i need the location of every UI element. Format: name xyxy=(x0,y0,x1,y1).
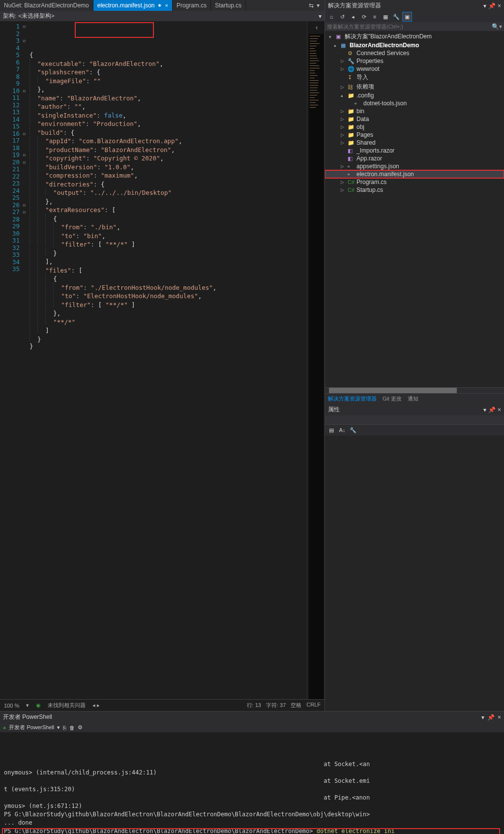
tab-overflow-icon[interactable]: ⇆ xyxy=(309,2,314,9)
close-icon[interactable]: × xyxy=(165,2,168,8)
project-node[interactable]: ▴▦BlazorAndElectronDemo xyxy=(325,41,504,49)
tab-notifications[interactable]: 通知 xyxy=(405,394,421,404)
nav-dropdown-icon[interactable]: ▾ xyxy=(319,13,322,20)
solution-search[interactable]: 🔍▾ xyxy=(325,22,504,31)
tree-folder[interactable]: ▷📁Pages xyxy=(325,131,504,139)
close-icon[interactable]: × xyxy=(498,406,501,413)
tab-git-changes[interactable]: Git 更改 xyxy=(380,394,405,404)
copy-icon[interactable]: ⎘ xyxy=(63,725,66,731)
cursor-line[interactable]: 行: 13 xyxy=(247,702,261,709)
search-icon[interactable]: 🔍▾ xyxy=(492,23,502,30)
properties-panel: 属性 ▾📌× ▤ A↓ 🔧 xyxy=(325,404,504,711)
terminal-tab[interactable]: 开发者 PowerShell xyxy=(9,724,54,731)
close-icon[interactable]: × xyxy=(498,714,501,721)
tree-folder[interactable]: ▷📁bin xyxy=(325,107,504,115)
editor-statusbar: 100 % ▾ ◉ 未找到相关问题 ◂ ▸ 行: 13 字符: 37 空格 CR… xyxy=(0,699,325,711)
issues-status[interactable]: 未找到相关问题 xyxy=(48,702,86,709)
pin-icon[interactable]: 📌 xyxy=(488,406,496,413)
tree-file-razor[interactable]: ◧_Imports.razor xyxy=(325,147,504,154)
panel-title: 解决方案资源管理器 xyxy=(328,1,381,10)
properties-selector[interactable] xyxy=(325,415,504,424)
tree-scrollbar[interactable] xyxy=(325,387,504,393)
tree-file-electron-manifest[interactable]: ▫electron.manifest.json xyxy=(325,170,504,178)
tab-label: electron.manifest.json xyxy=(97,2,155,9)
trash-icon[interactable]: 🗑 xyxy=(69,725,75,731)
tree-file-json[interactable]: ▫dotnet-tools.json xyxy=(325,99,504,107)
properties-title: 属性 xyxy=(328,405,340,414)
tree-file-cs[interactable]: ▷C#Program.cs xyxy=(325,178,504,186)
pin-icon[interactable]: ⁕ xyxy=(157,2,162,9)
back-icon[interactable]: ◂ xyxy=(349,12,357,21)
sync-icon[interactable]: ↺ xyxy=(338,12,347,21)
cursor-col[interactable]: 字符: 37 xyxy=(266,702,286,709)
tab-label: Startup.cs xyxy=(215,2,241,9)
tab-startup[interactable]: Startup.cs xyxy=(211,0,246,11)
preview-icon[interactable]: ▣ xyxy=(403,12,412,21)
line-ending[interactable]: CRLF xyxy=(306,702,321,709)
tab-label: Program.cs xyxy=(177,2,207,9)
minimap[interactable] xyxy=(309,34,324,699)
tree-item[interactable]: ▷⛓依赖项 xyxy=(325,82,504,92)
tree-file-razor[interactable]: ◧App.razor xyxy=(325,154,504,162)
tab-dropdown-icon[interactable]: ▾ xyxy=(317,2,320,9)
tab-manifest[interactable]: electron.manifest.json⁕× xyxy=(93,0,173,11)
project-label: BlazorAndElectronDemo xyxy=(350,42,419,49)
show-all-icon[interactable]: ▦ xyxy=(381,12,390,21)
solution-toolbar: ⌂ ↺ ◂ ⟳ ≡ ▦ 🔧 ▣ xyxy=(325,11,504,22)
pin-icon[interactable]: 📌 xyxy=(488,2,496,9)
solution-search-input[interactable] xyxy=(327,24,492,30)
minimap-panel: ⫞ xyxy=(307,21,325,699)
tab-label: NuGet: BlazorAndElectronDemo xyxy=(4,2,89,9)
alphabetical-icon[interactable]: A↓ xyxy=(338,426,347,434)
editor-area: NuGet: BlazorAndElectronDemo electron.ma… xyxy=(0,0,325,711)
solution-root[interactable]: ▾▣解决方案"BlazorAndElectronDem xyxy=(325,32,504,41)
tree-file-appsettings[interactable]: ▷▫appsettings.json xyxy=(325,162,504,170)
arch-label: 架构: xyxy=(3,12,16,20)
terminal-output[interactable]: at Socket.<anonymous> (internal/child_pr… xyxy=(0,732,504,834)
tree-file-cs[interactable]: ▷C#Startup.cs xyxy=(325,186,504,194)
code-editor[interactable]: { "executable": "BlazorAndElectron", "sp… xyxy=(29,21,307,699)
solution-tree: ▾▣解决方案"BlazorAndElectronDem ▴▦BlazorAndE… xyxy=(325,31,504,387)
properties-icon[interactable]: 🔧 xyxy=(392,12,401,21)
root-label: 解决方案"BlazorAndElectronDem xyxy=(345,32,432,41)
collapse-icon[interactable]: ≡ xyxy=(370,12,379,21)
whitespace-mode[interactable]: 空格 xyxy=(291,702,301,709)
terminal-panel: 开发者 PowerShell ▾ 📌 × + 开发者 PowerShell▾ ⎘… xyxy=(0,711,504,834)
tree-item[interactable]: ▷🌐wwwroot xyxy=(325,65,504,73)
zoom-level[interactable]: 100 % xyxy=(4,703,19,709)
solution-explorer-header: 解决方案资源管理器 ▾ 📌 × xyxy=(325,0,504,11)
close-icon[interactable]: × xyxy=(498,2,501,9)
refresh-icon[interactable]: ⟳ xyxy=(359,12,368,21)
wrench-icon[interactable]: 🔧 xyxy=(349,426,357,434)
side-panel: 解决方案资源管理器 ▾ 📌 × ⌂ ↺ ◂ ⟳ ≡ ▦ 🔧 ▣ 🔍▾ ▾▣解决方… xyxy=(325,0,504,711)
tree-item[interactable]: ⚙Connected Services xyxy=(325,49,504,57)
tree-item[interactable]: ▷🔧Properties xyxy=(325,57,504,65)
pin-icon[interactable]: 📌 xyxy=(487,714,495,721)
side-panel-tabs: 解决方案资源管理器 Git 更改 通知 xyxy=(325,393,504,404)
architecture-bar[interactable]: 架构: <未选择架构> ▾ xyxy=(0,11,325,21)
editor-tabs: NuGet: BlazorAndElectronDemo electron.ma… xyxy=(0,0,325,11)
tab-nuget[interactable]: NuGet: BlazorAndElectronDemo xyxy=(0,0,93,11)
new-terminal-icon[interactable]: + xyxy=(3,725,6,731)
tab-solution-explorer[interactable]: 解决方案资源管理器 xyxy=(325,394,380,404)
terminal-title: 开发者 PowerShell xyxy=(3,713,52,721)
tree-folder[interactable]: ▷📁Shared xyxy=(325,139,504,147)
red-highlight-box xyxy=(75,22,154,38)
tree-item[interactable]: ↧导入 xyxy=(325,73,504,82)
dropdown-icon[interactable]: ▾ xyxy=(483,406,486,413)
tree-folder[interactable]: ▷📁Data xyxy=(325,115,504,123)
tab-program[interactable]: Program.cs xyxy=(173,0,211,11)
tree-folder[interactable]: ▷📁obj xyxy=(325,123,504,131)
categorized-icon[interactable]: ▤ xyxy=(327,426,336,434)
arch-value: <未选择架构> xyxy=(18,12,54,20)
gear-icon[interactable]: ⚙ xyxy=(78,724,83,731)
tree-folder-config[interactable]: ▴📁.config xyxy=(325,92,504,99)
line-gutter: 1⊟23⊟45678910⊟111213141516⊟171819⊟20⊟212… xyxy=(0,21,29,699)
dropdown-icon[interactable]: ▾ xyxy=(481,714,484,721)
split-icon[interactable]: ⫞ xyxy=(315,24,318,31)
home-icon[interactable]: ⌂ xyxy=(327,12,336,21)
dropdown-icon[interactable]: ▾ xyxy=(483,2,486,9)
